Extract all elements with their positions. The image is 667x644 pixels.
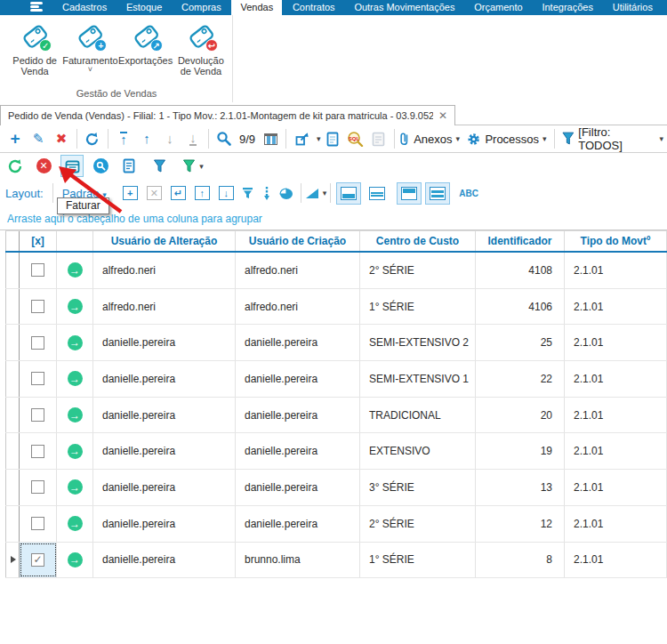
- column-chooser-button[interactable]: [259, 128, 282, 149]
- row-checkbox[interactable]: [31, 445, 44, 458]
- table-row[interactable]: →alfredo.nerialfredo.neri1° SÉRIE41062.1…: [5, 289, 667, 326]
- open-record-cell[interactable]: →: [57, 253, 93, 288]
- delete-button[interactable]: ✖: [50, 128, 73, 149]
- panel-stripes-button[interactable]: [425, 182, 450, 205]
- menu-item-utilitários[interactable]: Utilitários: [604, 0, 662, 15]
- app-logo-icon: [30, 2, 43, 13]
- notes-button[interactable]: [117, 156, 141, 177]
- layout-move-down-button[interactable]: ↓: [219, 186, 234, 200]
- checkbox-cell[interactable]: [20, 433, 57, 469]
- checkbox-cell[interactable]: ✓: [20, 543, 57, 578]
- panel-middle-button[interactable]: [365, 182, 390, 205]
- open-record-cell[interactable]: →: [57, 398, 93, 433]
- layout-filter-icon: [242, 187, 253, 199]
- panel-top-button[interactable]: [397, 182, 422, 205]
- chart-dropdown-caret[interactable]: ▾: [323, 189, 327, 197]
- table-row[interactable]: →danielle.pereiradanielle.pereiraTRADICI…: [5, 398, 667, 434]
- cell-tipo-movto: 2.1.01: [565, 289, 667, 325]
- table-row[interactable]: →danielle.pereiradanielle.pereiraSEMI-EX…: [5, 325, 667, 361]
- row-checkbox[interactable]: [31, 372, 44, 385]
- menu-item-integrações[interactable]: Integrações: [533, 0, 601, 15]
- row-checkbox[interactable]: [31, 408, 44, 422]
- checkbox-cell[interactable]: [20, 470, 57, 505]
- checkbox-cell[interactable]: [20, 289, 57, 325]
- column-header-[x][interactable]: [x]: [20, 231, 57, 251]
- table-row[interactable]: →danielle.pereiradanielle.pereira2° SÉRI…: [5, 506, 667, 543]
- menu-item-estoque[interactable]: Estoque: [117, 0, 171, 15]
- column-header-2[interactable]: [57, 231, 93, 251]
- last-record-button[interactable]: ↓: [181, 128, 205, 149]
- table-row[interactable]: →alfredo.nerialfredo.neri2° SÉRIE41082.1…: [5, 253, 667, 289]
- menu-item-vendas[interactable]: Vendas: [231, 0, 282, 15]
- report-button[interactable]: [321, 128, 344, 149]
- layout-pin-button[interactable]: [258, 182, 276, 204]
- filter-blue-button[interactable]: [148, 156, 171, 177]
- next-record-button[interactable]: ↓: [158, 128, 181, 149]
- ribbon-button-devolução-de-venda[interactable]: ↩Devolução de Venda: [173, 20, 229, 76]
- search-button[interactable]: [213, 128, 236, 149]
- anexos-button[interactable]: Anexos ▾: [398, 128, 461, 149]
- sql-view-button[interactable]: SQL: [344, 128, 367, 149]
- filter-green-button[interactable]: ▾: [181, 156, 205, 177]
- faturar-button[interactable]: [60, 155, 84, 177]
- column-header-centro-de-custo[interactable]: Centro de Custo: [360, 231, 476, 251]
- export-button[interactable]: [290, 128, 313, 149]
- layout-add-button[interactable]: +: [123, 186, 138, 200]
- layout-return-button[interactable]: ↵: [171, 186, 186, 200]
- open-record-cell[interactable]: →: [57, 361, 93, 397]
- checkbox-cell[interactable]: [20, 506, 57, 542]
- abc-button[interactable]: ABC: [459, 189, 478, 198]
- previous-record-button[interactable]: ↑: [135, 128, 158, 149]
- checkbox-cell[interactable]: [20, 361, 57, 397]
- table-row[interactable]: ✓→danielle.pereirabrunno.lima1° SÉRIE82.…: [5, 543, 667, 579]
- column-header-identificador[interactable]: Identificador: [476, 231, 565, 251]
- row-checkbox[interactable]: [31, 517, 44, 530]
- layout-move-up-button[interactable]: ↑: [195, 186, 210, 200]
- tab-pedido-de-venda[interactable]: Pedido de Venda (Vendas) - Filial: 1 - T…: [0, 105, 455, 125]
- column-header-tipo-do-movt-[interactable]: Tipo do Movtº: [565, 231, 667, 251]
- open-record-cell[interactable]: →: [57, 289, 93, 325]
- add-button[interactable]: +: [4, 128, 27, 149]
- row-checkbox[interactable]: [31, 336, 44, 350]
- column-header-usuário-de-alteração[interactable]: Usuário de Alteração: [93, 231, 236, 251]
- checkbox-cell[interactable]: [20, 325, 57, 360]
- menu-item-cadastros[interactable]: Cadastros: [53, 0, 116, 15]
- row-checkbox[interactable]: ✓: [31, 553, 44, 567]
- edit-button[interactable]: ✎: [27, 128, 50, 149]
- filtro-button[interactable]: [Filtro: TODOS] ▾: [562, 128, 663, 149]
- row-checkbox[interactable]: [31, 263, 44, 277]
- refresh-button[interactable]: [81, 128, 104, 149]
- column-header-usuário-de-criação[interactable]: Usuário de Criação: [236, 231, 360, 251]
- chart-button[interactable]: ▾: [305, 182, 327, 204]
- table-row[interactable]: →danielle.pereiradanielle.pereiraSEMI-EX…: [5, 361, 667, 398]
- checkbox-cell[interactable]: [20, 398, 57, 433]
- open-record-cell[interactable]: →: [57, 470, 93, 505]
- menu-item-contratos[interactable]: Contratos: [284, 0, 344, 15]
- menu-item-outras-movimentações[interactable]: Outras Movimentações: [345, 0, 463, 15]
- cancel-button[interactable]: ✕: [32, 156, 55, 177]
- ribbon-button-exportações[interactable]: ↗Exportações: [118, 20, 173, 76]
- open-record-cell[interactable]: →: [57, 506, 93, 542]
- panel-bottom-button[interactable]: [336, 182, 361, 205]
- open-record-cell[interactable]: →: [57, 325, 93, 360]
- layout-filter-button[interactable]: [238, 182, 258, 204]
- table-row[interactable]: →danielle.pereiradanielle.pereiraEXTENSI…: [5, 433, 667, 470]
- processos-button[interactable]: Processos ▾: [467, 128, 547, 149]
- filter-green-dropdown-caret[interactable]: ▾: [199, 162, 204, 171]
- row-checkbox[interactable]: [31, 480, 44, 494]
- zoom-button[interactable]: [89, 156, 112, 177]
- layout-shape-button[interactable]: [276, 182, 297, 204]
- menu-item-orçamento[interactable]: Orçamento: [465, 0, 531, 15]
- table-row[interactable]: →danielle.pereiradanielle.pereira3° SÉRI…: [5, 470, 667, 506]
- confirm-button[interactable]: [4, 156, 27, 177]
- tab-close-icon[interactable]: ✕: [438, 109, 447, 122]
- checkbox-cell[interactable]: [20, 253, 57, 288]
- first-record-button[interactable]: ↑: [112, 128, 135, 149]
- row-checkbox[interactable]: [31, 300, 44, 313]
- open-record-icon: →: [68, 407, 83, 423]
- ribbon-button-pedido-de-venda[interactable]: ✓Pedido de Venda: [7, 20, 62, 76]
- open-record-cell[interactable]: →: [57, 543, 93, 578]
- open-record-cell[interactable]: →: [57, 433, 93, 469]
- ribbon-button-faturamento[interactable]: +Faturamento˅: [62, 20, 117, 76]
- menu-item-compras[interactable]: Compras: [173, 0, 230, 15]
